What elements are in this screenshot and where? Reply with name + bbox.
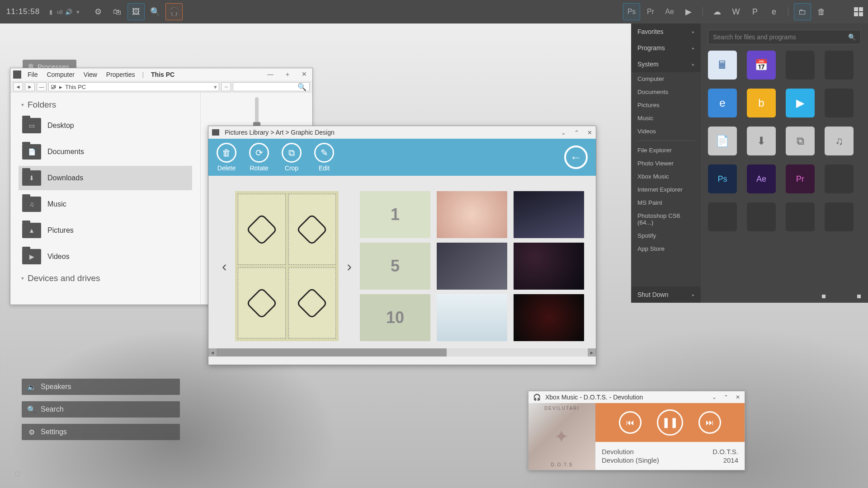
tile-empty[interactable]	[825, 51, 854, 80]
scroll-left-icon[interactable]: ◄	[208, 348, 217, 357]
pictures-icon[interactable]: 🖼	[127, 3, 145, 20]
thumbnail[interactable]	[514, 243, 584, 290]
tile-music[interactable]: ♫	[825, 127, 854, 155]
close-button[interactable]: ✕	[299, 70, 310, 79]
start-search-input[interactable]: Search for files and programs 🔍	[708, 30, 861, 44]
maximize-button[interactable]: ⌃	[574, 129, 579, 136]
thumbnail[interactable]	[514, 191, 584, 238]
thumbnail[interactable]	[437, 294, 507, 341]
prev-image-button[interactable]: ‹	[220, 258, 229, 275]
start-app[interactable]: Internet Explorer	[631, 183, 701, 196]
tile-empty[interactable]	[786, 51, 815, 80]
folder-videos[interactable]: ▶Videos	[19, 244, 192, 269]
thumbnail[interactable]	[437, 243, 507, 290]
thumbnail[interactable]: 10	[360, 294, 430, 341]
nav-back-button[interactable]: ◄	[13, 82, 23, 91]
back-button[interactable]: ←	[564, 145, 588, 169]
app-photoshop-icon[interactable]: Ps	[623, 3, 640, 20]
start-favorites[interactable]: Favorites▸	[631, 23, 701, 40]
tile-aftereffects[interactable]: Ae	[747, 164, 776, 193]
start-place-music[interactable]: Music	[631, 112, 701, 125]
ie-icon[interactable]: e	[765, 3, 783, 20]
maximize-button[interactable]: ⌃	[724, 394, 728, 400]
thumbnail[interactable]	[514, 294, 584, 341]
cloud-icon[interactable]: ☁	[708, 3, 726, 20]
folder-pictures[interactable]: ▲Pictures	[19, 218, 192, 243]
next-image-button[interactable]: ›	[345, 258, 354, 275]
address-bar[interactable]: 🖳 ▸ This PC ▾	[48, 82, 219, 91]
tile-premiere[interactable]: Pr	[786, 164, 815, 193]
edit-button[interactable]: ✎Edit	[314, 143, 334, 172]
menu-properties[interactable]: Properties	[103, 71, 139, 78]
battery-icon[interactable]: ▮	[47, 7, 54, 16]
settings-pill[interactable]: ⚙Settings	[22, 424, 180, 440]
thumbnail[interactable]	[437, 191, 507, 238]
start-button-icon[interactable]	[850, 3, 867, 20]
tile-calendar[interactable]: 📅	[747, 51, 776, 80]
go-button[interactable]: →	[221, 82, 231, 91]
tile-copy[interactable]: ⧉	[786, 127, 815, 155]
speakers-pill[interactable]: 🔈Speakers	[22, 379, 180, 395]
start-place-documents[interactable]: Documents	[631, 85, 701, 99]
start-programs[interactable]: Programs▸	[631, 40, 701, 56]
app-premiere-icon[interactable]: Pr	[642, 3, 659, 20]
chevron-down-icon[interactable]: ▾	[214, 84, 217, 90]
group-devices[interactable]: Devices and drives	[19, 271, 192, 285]
headphones-icon[interactable]: 🎧	[165, 3, 183, 20]
tile-ie[interactable]: e	[708, 89, 737, 117]
folder-desktop[interactable]: ▭Desktop	[19, 113, 192, 138]
group-folders[interactable]: Folders	[19, 97, 192, 112]
folder-documents[interactable]: 📄Documents	[19, 140, 192, 164]
next-track-button[interactable]: ⏭	[698, 411, 721, 434]
start-place-videos[interactable]: Videos	[631, 125, 701, 138]
tile-downloads[interactable]: ⬇	[747, 127, 776, 155]
tile-bing[interactable]: b	[747, 89, 776, 117]
start-place-computer[interactable]: Computer	[631, 72, 701, 85]
start-place-pictures[interactable]: Pictures	[631, 99, 701, 112]
tile-empty[interactable]	[747, 202, 776, 231]
tile-empty[interactable]	[825, 202, 854, 231]
app-aftereffects-icon[interactable]: Ae	[661, 3, 678, 20]
menu-computer[interactable]: Computer	[43, 71, 78, 78]
settings-gear-icon[interactable]: ⚙	[90, 3, 107, 20]
search-icon[interactable]: 🔍	[146, 3, 164, 20]
thumbnail[interactable]: 1	[360, 191, 430, 238]
nav-forward-button[interactable]: ►	[25, 82, 35, 91]
tile-empty[interactable]	[786, 202, 815, 231]
gallery-scrollbar[interactable]: ◄ ►	[208, 348, 596, 357]
folder-downloads[interactable]: ⬇Downloads	[19, 166, 192, 190]
folder-icon[interactable]: 🗀	[794, 3, 811, 20]
start-shutdown[interactable]: Shut Down▸	[631, 286, 701, 303]
search-pill[interactable]: 🔍Search	[22, 401, 180, 418]
start-system[interactable]: System▸	[631, 56, 701, 72]
start-app[interactable]: Photo Viewer	[631, 157, 701, 170]
minimize-button[interactable]: ⌄	[712, 394, 717, 400]
store-icon[interactable]: 🛍	[108, 3, 126, 20]
tile-empty[interactable]	[825, 89, 854, 117]
main-image[interactable]	[235, 191, 339, 341]
dropdown-icon[interactable]: ▾	[74, 7, 81, 16]
maximize-button[interactable]: ＋	[282, 70, 293, 79]
crop-button[interactable]: ⧉Crop	[282, 143, 302, 172]
powerpoint-icon[interactable]: P	[746, 3, 764, 20]
word-icon[interactable]: W	[727, 3, 745, 20]
menu-file[interactable]: File	[24, 71, 42, 78]
start-app[interactable]: Spotify	[631, 229, 701, 242]
trash-icon[interactable]: 🗑	[813, 3, 830, 20]
folder-music[interactable]: ♫Music	[19, 192, 192, 216]
tile-empty[interactable]	[825, 164, 854, 193]
start-app[interactable]: MS Paint	[631, 196, 701, 209]
minimize-button[interactable]: ―	[264, 70, 276, 79]
close-button[interactable]: ✕	[736, 394, 740, 400]
tile-calculator[interactable]: 🖩	[708, 51, 737, 80]
pause-button[interactable]: ❚❚	[657, 409, 683, 436]
explorer-search[interactable]: 🔍	[233, 82, 310, 91]
start-app[interactable]: Photoshop CS6 (64...)	[631, 209, 701, 229]
volume-icon[interactable]: 🔊	[65, 7, 72, 16]
delete-button[interactable]: 🗑Delete	[217, 143, 236, 172]
tile-video[interactable]: ▶	[786, 89, 815, 117]
close-button[interactable]: ✕	[587, 129, 592, 136]
minimize-button[interactable]: ⌄	[561, 129, 566, 136]
menu-view[interactable]: View	[80, 71, 101, 78]
thumbnail[interactable]: 5	[360, 243, 430, 290]
